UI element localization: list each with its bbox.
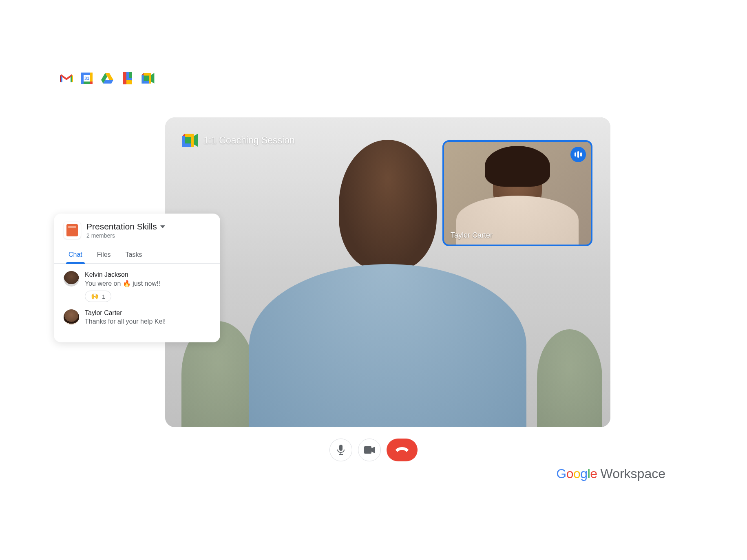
microphone-icon	[336, 445, 345, 455]
svg-rect-10	[129, 72, 132, 78]
tab-tasks[interactable]: Tasks	[118, 247, 150, 263]
call-controls	[329, 439, 418, 461]
avatar[interactable]	[64, 271, 79, 287]
calendar-icon[interactable]: 31	[80, 72, 93, 85]
pip-video	[444, 142, 591, 245]
svg-rect-14	[185, 143, 191, 147]
chat-message: Taylor Carter Thanks for all your help K…	[64, 309, 210, 325]
meet-icon[interactable]	[141, 72, 155, 85]
chat-space-title: Presentation Skills	[86, 222, 157, 231]
message-sender: Kelvin Jackson	[85, 271, 210, 278]
avatar[interactable]	[64, 309, 79, 325]
app-icon-row: 31	[60, 72, 155, 85]
message-text: You were on 🔥 just now!!	[85, 280, 210, 287]
pip-name-label: Taylor Carter	[451, 231, 493, 240]
speaking-indicator-icon	[570, 147, 586, 162]
mute-button[interactable]	[329, 439, 352, 461]
meeting-title: 1:1 Coaching Session	[203, 135, 295, 146]
reaction-emoji-icon: 🙌	[91, 293, 99, 300]
tab-chat[interactable]: Chat	[61, 247, 90, 263]
camera-button[interactable]	[358, 439, 381, 461]
svg-rect-3	[81, 73, 84, 84]
hangup-icon	[396, 447, 409, 453]
end-call-button[interactable]	[387, 439, 418, 461]
meet-icon	[182, 134, 198, 147]
camera-icon	[364, 446, 375, 454]
background-plant	[537, 329, 602, 427]
svg-rect-11	[144, 73, 149, 76]
google-wordmark: Google	[556, 466, 597, 481]
svg-text:31: 31	[84, 76, 89, 81]
svg-rect-15	[339, 445, 343, 451]
google-workspace-logo: Google Workspace	[556, 466, 665, 481]
docs-icon[interactable]	[121, 72, 134, 85]
svg-rect-12	[144, 81, 149, 84]
reaction-chip[interactable]: 🙌 1	[85, 291, 111, 302]
chat-tabs: Chat Files Tasks	[54, 247, 220, 264]
gmail-icon[interactable]	[60, 72, 73, 85]
drive-icon[interactable]	[101, 72, 114, 85]
book-icon	[66, 224, 78, 236]
svg-rect-18	[364, 446, 371, 454]
reaction-count: 1	[102, 293, 105, 300]
svg-rect-13	[185, 134, 191, 137]
chat-member-count: 2 members	[86, 232, 210, 239]
tab-files[interactable]: Files	[90, 247, 118, 263]
workspace-text: Workspace	[601, 466, 665, 481]
chat-title-dropdown[interactable]: Presentation Skills	[86, 222, 210, 231]
space-icon	[64, 222, 81, 239]
svg-rect-9	[123, 72, 126, 84]
meeting-header: 1:1 Coaching Session	[182, 134, 295, 147]
chat-panel: Presentation Skills 2 members Chat Files…	[54, 214, 220, 342]
message-text: Thanks for all your help Kel!	[85, 318, 210, 325]
chat-message-list: Kelvin Jackson You were on 🔥 just now!! …	[54, 264, 220, 325]
chat-header: Presentation Skills 2 members	[54, 222, 220, 245]
message-sender: Taylor Carter	[85, 309, 210, 317]
pip-participant[interactable]: Taylor Carter	[442, 140, 592, 246]
main-video-feed: 1:1 Coaching Session Taylor Carter	[165, 117, 610, 427]
chat-message: Kelvin Jackson You were on 🔥 just now!! …	[64, 271, 210, 302]
chevron-down-icon	[160, 225, 165, 228]
svg-rect-5	[90, 82, 93, 84]
